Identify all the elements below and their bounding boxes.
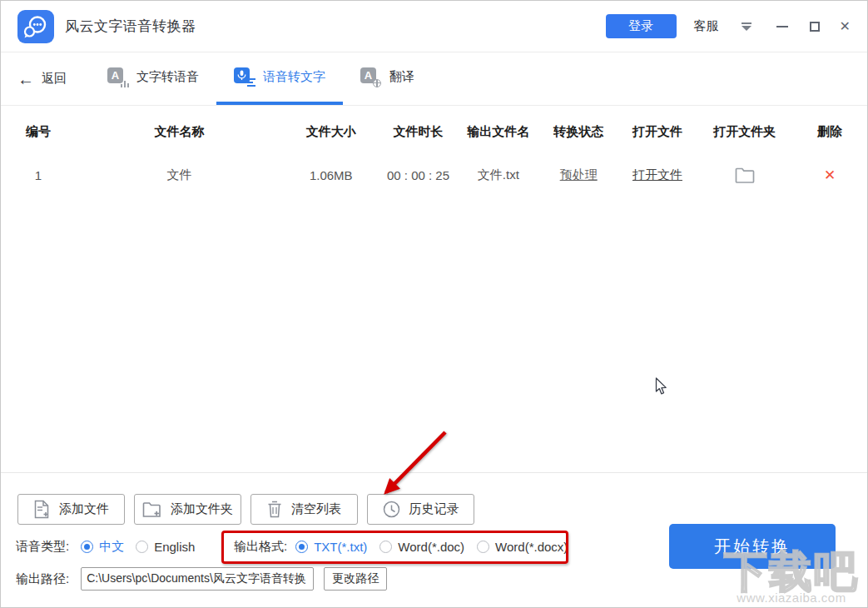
radio-icon: [477, 541, 489, 553]
col-output-name: 输出文件名: [458, 124, 539, 140]
start-conversion-button[interactable]: 开始转换: [669, 524, 836, 569]
titlebar: 风云文字语音转换器 登录 客服 ✕: [1, 1, 867, 52]
minimize-button[interactable]: [776, 26, 788, 27]
row-open-file-link[interactable]: 打开文件: [632, 167, 682, 182]
radio-selected-icon: [295, 541, 308, 553]
back-label: 返回: [42, 71, 67, 87]
login-button[interactable]: 登录: [606, 14, 677, 38]
voice-type-group: 语音类型: 中文 English: [16, 539, 195, 555]
row-output-name: 文件.txt: [458, 167, 539, 183]
row-status-link[interactable]: 预处理: [560, 167, 598, 182]
change-path-button[interactable]: 更改路径: [324, 567, 387, 591]
add-folder-label: 添加文件夹: [171, 501, 233, 517]
radio-icon: [136, 541, 148, 553]
col-status: 转换状态: [539, 124, 618, 140]
add-file-label: 添加文件: [59, 501, 109, 517]
history-button[interactable]: 历史记录: [367, 494, 474, 525]
history-label: 历史记录: [409, 501, 459, 517]
add-folder-button[interactable]: 添加文件夹: [134, 494, 241, 525]
voice-option-label: 中文: [99, 539, 124, 555]
delete-icon[interactable]: ✕: [824, 167, 836, 183]
add-file-button[interactable]: 添加文件: [17, 494, 125, 525]
output-format-label: 输出格式:: [234, 539, 287, 555]
support-link[interactable]: 客服: [694, 18, 719, 34]
add-folder-icon: [142, 501, 161, 518]
radio-icon: [379, 541, 392, 553]
format-option-doc[interactable]: Word(*.doc): [379, 540, 464, 554]
col-index: 编号: [1, 124, 76, 140]
tab-text-to-speech[interactable]: A 文字转语音: [90, 52, 216, 105]
translate-icon: A: [360, 67, 382, 87]
text-to-speech-icon: A: [107, 67, 129, 87]
clock-icon: [383, 501, 400, 518]
voice-option-label: English: [154, 540, 195, 554]
col-open-file: 打开文件: [618, 124, 697, 140]
bottom-divider: [1, 472, 867, 473]
trash-icon: [267, 501, 282, 518]
tab-label: 文字转语音: [136, 69, 199, 85]
back-button[interactable]: ← 返回: [17, 52, 67, 105]
speech-to-text-icon: [234, 67, 255, 87]
folder-icon[interactable]: [735, 167, 755, 183]
maximize-button[interactable]: [810, 22, 820, 32]
clear-list-label: 清空列表: [291, 501, 341, 517]
chevron-down-icon[interactable]: [742, 22, 751, 31]
back-arrow-icon: ←: [17, 71, 34, 87]
row-file-name: 文件: [76, 167, 284, 183]
app-logo-icon: [17, 10, 54, 43]
table-header: 编号 文件名称 文件大小 文件时长 输出文件名 转换状态 打开文件 打开文件夹 …: [1, 106, 867, 157]
output-path-group: 输出路径: 更改路径: [16, 567, 387, 591]
output-path-input[interactable]: [81, 567, 314, 591]
format-option-label: Word(*.doc): [398, 540, 464, 554]
col-duration: 文件时长: [379, 124, 458, 140]
col-file-name: 文件名称: [76, 124, 284, 140]
row-file-size: 1.06MB: [283, 168, 379, 182]
tab-label: 翻译: [389, 69, 414, 85]
col-open-folder: 打开文件夹: [697, 124, 792, 140]
col-file-size: 文件大小: [283, 124, 379, 140]
table-row: 1 文件 1.06MB 00 : 00 : 25 文件.txt 预处理 打开文件…: [1, 157, 867, 192]
app-window: 风云文字语音转换器 登录 客服 ✕ ← 返回 A 文字转语音: [0, 0, 868, 608]
output-path-label: 输出路径:: [16, 571, 69, 587]
tab-translate[interactable]: A 翻译: [343, 52, 432, 105]
format-option-label: Word(*.docx): [495, 540, 568, 554]
row-duration: 00 : 00 : 25: [379, 168, 458, 182]
voice-option-chinese[interactable]: 中文: [81, 539, 124, 555]
radio-selected-icon: [81, 541, 93, 553]
watermark-url: www.xiazaiba.com: [717, 591, 866, 605]
format-option-txt[interactable]: TXT(*.txt): [295, 540, 367, 554]
add-file-icon: [33, 500, 50, 519]
format-option-label: TXT(*.txt): [314, 540, 367, 554]
col-delete: 删除: [792, 124, 867, 140]
voice-type-label: 语音类型:: [16, 539, 69, 555]
app-title: 风云文字语音转换器: [65, 17, 196, 36]
close-button[interactable]: ✕: [840, 20, 851, 33]
toolbar: 添加文件 添加文件夹 清空列表 历史记录: [17, 494, 474, 525]
row-index: 1: [1, 168, 76, 182]
mouse-cursor: [655, 377, 667, 396]
tab-bar: ← 返回 A 文字转语音 语音转文字: [1, 52, 867, 106]
output-format-group: 输出格式: TXT(*.txt) Word(*.doc) Word(*.docx…: [234, 539, 568, 555]
tab-label: 语音转文字: [263, 69, 325, 85]
tab-speech-to-text[interactable]: 语音转文字: [216, 52, 343, 105]
clear-list-button[interactable]: 清空列表: [250, 494, 358, 525]
voice-option-english[interactable]: English: [136, 540, 195, 554]
format-option-docx[interactable]: Word(*.docx): [477, 540, 568, 554]
